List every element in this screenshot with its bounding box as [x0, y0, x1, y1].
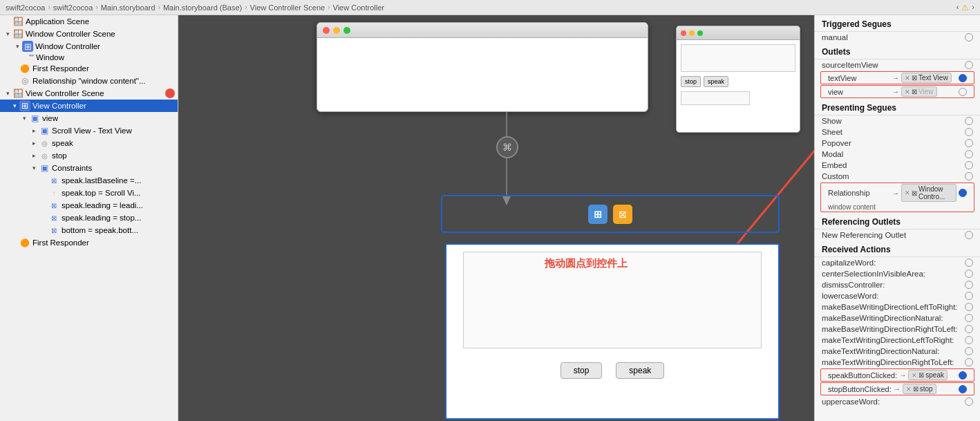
content-btn-row: stop speak [560, 362, 665, 379]
warning-icon: ⚠ [961, 3, 969, 12]
stop-badge-label: stop [920, 385, 933, 393]
sidebar-item-c4[interactable]: ⊠ speak.leading = stop... [0, 212, 178, 224]
view-outlet-radio[interactable] [959, 88, 967, 96]
relationship-badge: ✕ ⊠ Window Contro... [901, 184, 957, 202]
speak-button-clicked-row: speakButtonClicked: → ✕ ⊠ speak [821, 369, 974, 381]
text-view-outlet-radio[interactable] [959, 74, 967, 82]
scene-icon: 🪟 [12, 88, 23, 99]
nav-arrows: ‹ ⚠ › [957, 3, 974, 12]
wc-speak-btn: speak [704, 76, 728, 87]
speak-icon: ◎ [39, 138, 50, 149]
triggered-segues-manual-radio[interactable] [965, 33, 973, 41]
vc-icon-orange: ⊠ [613, 205, 632, 224]
badge-type-icon: ⊠ [912, 88, 917, 95]
sidebar-item-application-scene[interactable]: 🪟 Application Scene [0, 15, 178, 28]
sidebar-item-label: View Controller [32, 102, 178, 110]
breadcrumb-item-3[interactable]: Main.storyboard [101, 3, 156, 12]
modal-radio[interactable] [965, 150, 973, 158]
sidebar-item-stop[interactable]: ▸ ◎ stop [0, 149, 178, 162]
traffic-light-green [343, 27, 350, 34]
make-base-ltr-radio[interactable] [965, 303, 973, 311]
sidebar-item-first-responder-1[interactable]: 🟠 First Responder [0, 62, 178, 75]
content-text-area [463, 252, 762, 348]
stop-icon: ◎ [39, 150, 50, 161]
nav-forward-icon[interactable]: › [972, 3, 974, 12]
nav-back-icon[interactable]: ‹ [957, 3, 959, 12]
wc-body: stop speak [677, 40, 800, 109]
sidebar-item-c2[interactable]: ↑ speak.top = Scroll Vi... [0, 187, 178, 199]
make-base-rtl-radio[interactable] [965, 325, 973, 333]
capitalize-word-radio[interactable] [965, 259, 973, 267]
uppercase-word-row: uppercaseWord: [815, 396, 980, 407]
sidebar-item-view-controller[interactable]: ▾ ⊞ View Controller [0, 100, 178, 112]
dismiss-controller-row: dismissController: [815, 279, 980, 290]
source-item-view-row: sourceItemView [815, 59, 980, 71]
source-item-view-label: sourceItemView [822, 61, 962, 69]
breadcrumb-item-2[interactable]: swift2cocoa [53, 3, 93, 12]
relationship-radio[interactable] [959, 189, 967, 197]
responder-icon: 🟠 [19, 237, 30, 248]
make-base-natural-radio[interactable] [965, 314, 973, 322]
capitalize-word-row: capitalizeWord: [815, 257, 980, 268]
sidebar-item-label: First Responder [32, 238, 178, 247]
disclosure-icon: ▾ [19, 115, 29, 122]
sidebar-item-scroll-view[interactable]: ▸ ▣ Scroll View - Text View [0, 124, 178, 137]
stop-button-clicked-radio[interactable] [959, 385, 967, 393]
sidebar-item-constraints[interactable]: ▾ ▣ Constraints [0, 162, 178, 174]
make-text-natural-radio[interactable] [965, 347, 973, 355]
sheet-label: Sheet [822, 128, 962, 136]
sidebar-item-view-controller-scene[interactable]: ▾ 🪟 View Controller Scene [0, 87, 178, 100]
speak-button[interactable]: speak [616, 362, 664, 379]
lowercase-word-radio[interactable] [965, 292, 973, 300]
sidebar-item-view[interactable]: ▾ ▣ view [0, 112, 178, 124]
custom-radio[interactable] [965, 172, 973, 180]
badge-x-icon: ✕ [906, 386, 912, 393]
lowercase-word-row: lowercaseWord: [815, 290, 980, 301]
breadcrumb-item-1[interactable]: swift2cocoa [6, 3, 45, 12]
breadcrumb-item-4[interactable]: Main.storyboard (Base) [163, 3, 242, 12]
show-radio[interactable] [965, 117, 973, 125]
sidebar-item-label: Window [36, 53, 178, 62]
make-base-ltr-row: makeBaseWritingDirectionLeftToRight: [815, 301, 980, 312]
canvas-area[interactable]: stop speak ⌘ ⊞ ⊠ [178, 15, 814, 421]
uppercase-word-label: uppercaseWord: [822, 397, 962, 406]
popover-radio[interactable] [965, 139, 973, 147]
traffic-light-red [323, 27, 330, 34]
make-text-rtl-radio[interactable] [965, 358, 973, 366]
disclosure-icon: ▸ [29, 152, 39, 159]
sidebar-item-window-controller-scene[interactable]: ▾ 🪟 Window Controller Scene [0, 28, 178, 40]
sidebar-item-speak[interactable]: ▸ ◎ speak [0, 137, 178, 149]
make-text-ltr-radio[interactable] [965, 336, 973, 344]
make-text-natural-row: makeTextWritingDirectionNatural: [815, 346, 980, 357]
sidebar-item-label: view [42, 114, 178, 122]
sidebar-item-c1[interactable]: ⊠ speak.lastBaseline =... [0, 174, 178, 187]
sidebar-item-label: Relationship "window content"... [32, 77, 178, 85]
sidebar-item-first-responder-2[interactable]: 🟠 First Responder [0, 236, 178, 249]
speak-button-clicked-radio[interactable] [959, 371, 967, 380]
sidebar-item-label: bottom = speak.bott... [62, 226, 178, 234]
sidebar-item-label: Constraints [52, 164, 178, 172]
stop-badge: ✕ ⊠ stop [903, 384, 936, 394]
stop-button[interactable]: stop [560, 362, 603, 379]
sidebar-item-c5[interactable]: ⊠ bottom = speak.bott... [0, 224, 178, 236]
embed-radio[interactable] [965, 161, 973, 169]
breadcrumb-item-6[interactable]: View Controller [333, 3, 384, 12]
stop-button-clicked-outlined: stopButtonClicked: → ✕ ⊠ stop [820, 382, 974, 395]
breadcrumb-item-5[interactable]: View Controller Scene [250, 3, 326, 12]
constraint-icon: ⊠ [48, 175, 59, 186]
sidebar-item-relationship[interactable]: ◎ Relationship "window content"... [0, 75, 178, 87]
speak-button-clicked-label: speakButtonClicked: [828, 371, 897, 380]
sidebar-item-window-controller[interactable]: ▾ ⊞ Window Controller [0, 40, 178, 53]
sheet-radio[interactable] [965, 128, 973, 136]
new-referencing-outlet-radio[interactable] [965, 231, 973, 239]
center-selection-row: centerSelectionInVisibleArea: [815, 268, 980, 279]
make-text-rtl-row: makeTextWritingDirectionRightToLeft: [815, 357, 980, 368]
conn-arrow-icon: → [892, 74, 899, 82]
source-item-view-radio[interactable] [965, 61, 973, 69]
sidebar-item-c3[interactable]: ⊠ speak.leading = leadi... [0, 199, 178, 212]
sidebar-item-window[interactable]: "" Window [0, 53, 178, 62]
outlets-title: Outlets [815, 43, 980, 59]
dismiss-controller-radio[interactable] [965, 281, 973, 289]
uppercase-word-radio[interactable] [965, 397, 973, 406]
center-selection-radio[interactable] [965, 270, 973, 278]
